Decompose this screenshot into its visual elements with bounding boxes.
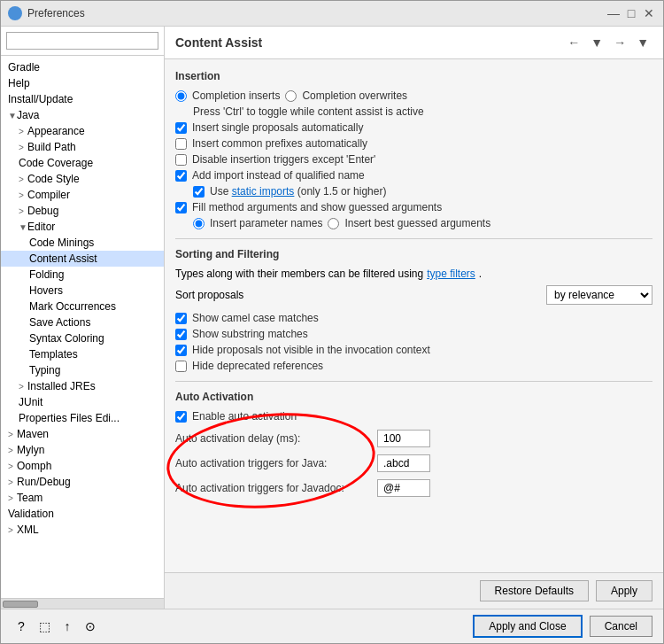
hide-not-visible-row: Hide proposals not visible in the invoca… [175,344,652,356]
type-filters-row: Types along with their members can be fi… [175,268,652,280]
java-triggers-input[interactable] [377,454,430,472]
sidebar-item-code-style[interactable]: > Code Style [1,171,164,187]
sidebar-item-oomph[interactable]: > Oomph [1,458,164,474]
insert-single-row: Insert single proposals automatically [175,121,652,134]
sidebar-item-syntax-coloring[interactable]: Syntax Coloring [1,330,164,346]
close-button[interactable]: ✕ [642,6,656,20]
sidebar-item-xml[interactable]: > XML [1,522,164,538]
sidebar-item-install-update[interactable]: Install/Update [1,91,164,107]
sidebar-item-typing[interactable]: Typing [1,362,164,378]
window-title: Preferences [27,7,85,19]
help-icon[interactable]: ? [12,617,31,636]
sort-proposals-select[interactable]: by relevance alphabetically [546,285,652,305]
completion-inserts-radio[interactable] [175,90,187,102]
sidebar-item-hovers[interactable]: Hovers [1,283,164,299]
delay-input[interactable] [377,430,430,447]
add-import-checkbox[interactable] [175,170,187,182]
fill-method-checkbox[interactable] [175,202,187,213]
hide-not-visible-checkbox[interactable] [175,345,187,356]
disable-insertion-checkbox[interactable] [175,154,187,166]
footer-icons: ? ⬚ ↑ ⊙ [12,617,100,636]
add-import-row: Add import instead of qualified name [175,169,652,182]
sidebar-item-validation[interactable]: Validation [1,506,164,522]
insertion-section-title: Insertion [175,70,652,82]
javadoc-triggers-input[interactable] [377,479,430,497]
sidebar-item-maven[interactable]: > Maven [1,426,164,442]
sidebar-item-mark-occurrences[interactable]: Mark Occurrences [1,299,164,314]
sidebar-item-java[interactable]: ▼ Java [1,107,164,123]
export-icon[interactable]: ⬚ [35,617,54,636]
import-icon[interactable]: ↑ [58,617,77,636]
sidebar-item-properties-files[interactable]: Properties Files Edi... [1,410,164,426]
hide-deprecated-row: Hide deprecated references [175,360,652,372]
sidebar-item-folding[interactable]: Folding [1,267,164,283]
sidebar-item-junit[interactable]: JUnit [1,394,164,410]
sort-proposals-row: Sort proposals by relevance alphabetical… [175,285,652,305]
sidebar-item-debug[interactable]: > Debug [1,203,164,219]
completion-radio-row: Completion inserts Completion overwrites [175,89,652,102]
java-triggers-label: Auto activation triggers for Java: [175,457,370,469]
camel-case-checkbox[interactable] [175,313,187,324]
sidebar-item-compiler[interactable]: > Compiler [1,187,164,203]
minimize-button[interactable]: — [606,6,621,20]
code-style-arrow: > [19,175,27,184]
type-filters-suffix: . [479,268,482,280]
search-input[interactable] [6,32,158,50]
insert-single-checkbox[interactable] [175,122,187,134]
substring-checkbox[interactable] [175,329,187,340]
enable-auto-checkbox[interactable] [175,411,187,423]
hide-deprecated-checkbox[interactable] [175,361,187,372]
apply-button[interactable]: Apply [596,580,652,601]
sidebar-item-installed-jres[interactable]: > Installed JREs [1,378,164,394]
substring-label: Show substring matches [192,328,308,340]
nav-buttons: ← ▼ → ▼ [564,34,652,51]
ctrl-hint-row: Press 'Ctrl' to toggle while content ass… [193,105,652,118]
sidebar-item-run-debug[interactable]: > Run/Debug [1,474,164,490]
forward-dropdown2-button[interactable]: ▼ [633,34,652,51]
enable-auto-label: Enable auto activation [192,410,297,423]
insert-param-radio[interactable] [193,218,205,229]
apply-and-close-button[interactable]: Apply and Close [473,615,582,638]
enable-auto-row: Enable auto activation [175,410,652,423]
sidebar-scrollbar-thumb[interactable] [3,601,38,608]
sort-proposals-label: Sort proposals [175,289,243,301]
sidebar-item-help[interactable]: Help [1,75,164,91]
completion-overwrites-radio[interactable] [285,90,297,102]
sidebar-item-code-coverage[interactable]: Code Coverage [1,155,164,171]
maximize-button[interactable]: □ [624,6,638,20]
panel-title: Content Assist [175,35,262,50]
java-triggers-row: Auto activation triggers for Java: [175,454,652,472]
sidebar-item-editor[interactable]: ▼ Editor [1,219,164,235]
sidebar-item-gradle[interactable]: Gradle [1,59,164,75]
java-arrow: ▼ [8,111,17,120]
insert-single-label: Insert single proposals automatically [192,121,363,134]
disable-insertion-row: Disable insertion triggers except 'Enter… [175,153,652,166]
sidebar-scrollbar-h[interactable] [1,598,164,609]
static-imports-checkbox[interactable] [193,186,205,198]
insert-common-checkbox[interactable] [175,138,187,150]
back-button[interactable]: ← [564,34,583,51]
panel-body: Insertion Completion inserts Completion … [165,59,663,572]
sidebar-item-save-actions[interactable]: Save Actions [1,314,164,330]
fill-method-row: Fill method arguments and show guessed a… [175,201,652,213]
static-imports-link[interactable]: static imports [232,185,295,198]
forward-button[interactable]: → [610,34,629,51]
sidebar-item-build-path[interactable]: > Build Path [1,139,164,155]
insert-best-radio[interactable] [328,218,339,229]
sidebar-item-code-minings[interactable]: Code Minings [1,235,164,251]
forward-dropdown-button[interactable]: ▼ [587,34,606,51]
appearance-arrow: > [19,127,27,136]
restore-defaults-button[interactable]: Restore Defaults [480,580,589,601]
sidebar-item-content-assist[interactable]: Content Assist [1,251,164,267]
substring-row: Show substring matches [175,328,652,340]
compiler-arrow: > [19,190,27,200]
type-filters-link[interactable]: type filters [427,268,475,280]
cancel-button[interactable]: Cancel [590,616,652,637]
editor-arrow: ▼ [19,222,27,232]
settings-icon[interactable]: ⊙ [81,617,100,636]
sidebar-item-appearance[interactable]: > Appearance [1,123,164,139]
sidebar-item-team[interactable]: > Team [1,490,164,506]
sidebar-item-mylyn[interactable]: > Mylyn [1,442,164,458]
insert-best-label: Insert best guessed arguments [344,217,490,229]
sidebar-item-templates[interactable]: Templates [1,346,164,362]
